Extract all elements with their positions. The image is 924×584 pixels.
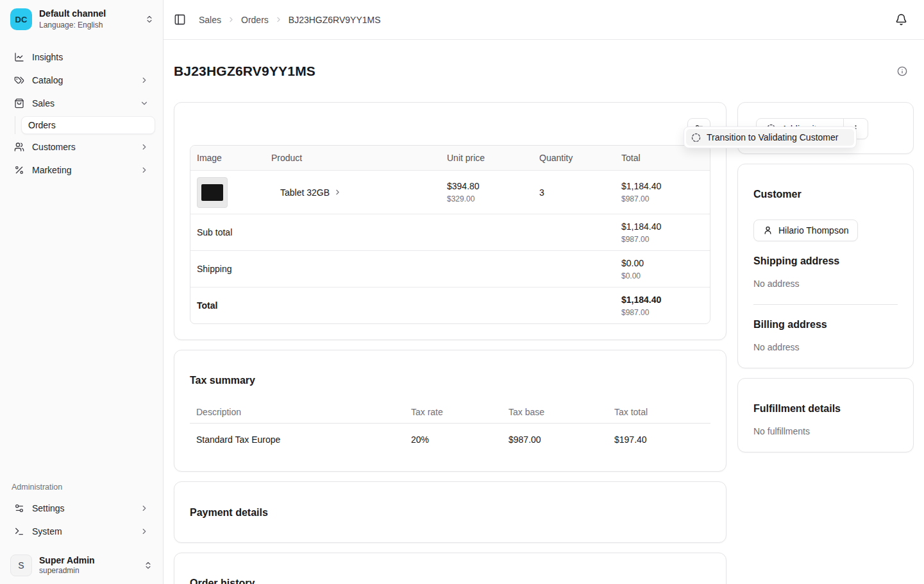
customer-button[interactable]: Hilario Thompson bbox=[753, 219, 858, 241]
chevron-right-icon bbox=[140, 166, 149, 175]
info-icon[interactable] bbox=[897, 66, 907, 76]
sidebar-item-label: Customers bbox=[32, 142, 76, 152]
unit-price-gross: $394.80 bbox=[447, 181, 526, 191]
product-thumbnail bbox=[197, 177, 228, 208]
line-total-net: $987.00 bbox=[621, 194, 703, 203]
shipping-address-value: No address bbox=[753, 279, 898, 289]
fulfillment-card: Fulfillment details No fulfillments bbox=[737, 378, 914, 452]
sidebar-item-label: Sales bbox=[32, 98, 55, 108]
tax-col-total: Tax total bbox=[608, 407, 710, 417]
sidebar-item-customers[interactable]: Customers bbox=[8, 135, 155, 159]
sliders-icon bbox=[14, 503, 24, 513]
customer-title: Customer bbox=[753, 188, 898, 200]
sidebar-item-system[interactable]: System bbox=[8, 520, 155, 543]
column-header-quantity: Quantity bbox=[533, 153, 615, 163]
app-root: DC Default channel Language: English Ins… bbox=[0, 0, 924, 584]
sidebar-item-settings[interactable]: Settings bbox=[8, 497, 155, 520]
tax-col-base: Tax base bbox=[502, 407, 608, 417]
chart-line-icon bbox=[14, 52, 24, 62]
subtotal-value-cell: $1,184.40 $987.00 bbox=[615, 221, 710, 244]
table-row: Tablet 32GB $394.80 $329.00 3 bbox=[190, 170, 710, 214]
chevron-right-icon bbox=[333, 188, 342, 196]
breadcrumb-sales[interactable]: Sales bbox=[199, 15, 221, 25]
administration-section-label: Administration bbox=[8, 483, 155, 497]
sidebar-item-label: Marketing bbox=[32, 165, 71, 175]
chevron-right-icon bbox=[227, 15, 235, 24]
channel-avatar: DC bbox=[10, 8, 32, 30]
total-row: Total $1,184.40 $987.00 bbox=[190, 287, 710, 323]
column-header-product: Product bbox=[265, 153, 441, 163]
sidebar-toggle-button[interactable] bbox=[174, 13, 186, 26]
total-net: $987.00 bbox=[621, 308, 703, 317]
sidebar-item-label: Settings bbox=[32, 503, 65, 513]
sidebar-item-label: System bbox=[32, 526, 62, 537]
sidebar-item-sales[interactable]: Sales bbox=[8, 92, 155, 115]
column-header-image: Image bbox=[190, 153, 265, 163]
user-meta: Super Admin superadmin bbox=[39, 555, 95, 576]
sales-submenu: Orders bbox=[15, 116, 155, 134]
notifications-button[interactable] bbox=[895, 13, 907, 26]
subtotal-gross: $1,184.40 bbox=[621, 221, 703, 232]
payment-details-title: Payment details bbox=[190, 506, 710, 519]
column-header-unit-price: Unit price bbox=[441, 153, 533, 163]
sidebar-nav: Insights Catalog Sales bbox=[0, 46, 163, 182]
tax-description: Standard Tax Europe bbox=[190, 434, 405, 445]
percent-icon bbox=[14, 165, 24, 175]
sidebar-bottom: Administration Settings System bbox=[0, 483, 163, 584]
breadcrumb-orders[interactable]: Orders bbox=[241, 15, 269, 25]
tax-col-description: Description bbox=[190, 407, 405, 417]
main-area: Sales Orders BJ23HGZ6RV9YY1MS BJ23HGZ6RV… bbox=[164, 0, 924, 584]
breadcrumb: Sales Orders BJ23HGZ6RV9YY1MS bbox=[199, 15, 381, 25]
page-title: BJ23HGZ6RV9YY1MS bbox=[174, 63, 315, 79]
sidebar-item-label: Catalog bbox=[32, 75, 63, 85]
sidebar-item-catalog[interactable]: Catalog bbox=[8, 69, 155, 92]
order-items-table: Image Product Unit price Quantity Total bbox=[190, 145, 710, 324]
chevron-right-icon bbox=[140, 527, 149, 536]
tablet-image bbox=[201, 184, 223, 201]
order-items-card: Image Product Unit price Quantity Total bbox=[174, 102, 727, 340]
state-transition-popover: Transition to Validating Customer bbox=[684, 126, 857, 148]
tax-row: Standard Tax Europe 20% $987.00 $197.40 bbox=[190, 424, 710, 456]
customer-card: Customer Hilario Thompson Shipping addre… bbox=[737, 164, 914, 368]
users-icon bbox=[14, 142, 24, 152]
chevron-down-icon bbox=[140, 99, 149, 108]
subtotal-net: $987.00 bbox=[621, 235, 703, 244]
shipping-value-cell: $0.00 $0.00 bbox=[615, 258, 710, 280]
channel-meta: Default channel Language: English bbox=[39, 8, 106, 30]
tax-summary-card: Tax summary Description Tax rate Tax bas… bbox=[174, 350, 727, 472]
tags-icon bbox=[14, 75, 24, 85]
total-label: Total bbox=[190, 300, 615, 311]
chevron-right-icon bbox=[274, 15, 283, 24]
shipping-row: Shipping $0.00 $0.00 bbox=[190, 250, 710, 287]
shipping-net: $0.00 bbox=[621, 271, 703, 280]
column-header-total: Total bbox=[615, 153, 710, 163]
product-name: Tablet 32GB bbox=[280, 187, 330, 198]
subtotal-label: Sub total bbox=[190, 227, 615, 237]
user-menu[interactable]: S Super Admin superadmin bbox=[8, 554, 155, 576]
sidebar: DC Default channel Language: English Ins… bbox=[0, 0, 164, 584]
user-username: superadmin bbox=[39, 566, 95, 576]
user-avatar: S bbox=[10, 554, 32, 576]
transition-menu-item[interactable]: Transition to Validating Customer bbox=[686, 129, 854, 146]
fulfillment-title: Fulfillment details bbox=[753, 402, 898, 415]
breadcrumb-order-code: BJ23HGZ6RV9YY1MS bbox=[289, 15, 381, 25]
sidebar-item-marketing[interactable]: Marketing bbox=[8, 159, 155, 182]
table-actions-row bbox=[190, 118, 710, 139]
sidebar-item-orders[interactable]: Orders bbox=[21, 116, 155, 134]
total-gross: $1,184.40 bbox=[621, 295, 703, 305]
total-value-cell: $1,184.40 $987.00 bbox=[615, 295, 710, 317]
bell-icon bbox=[895, 13, 907, 26]
sidebar-item-insights[interactable]: Insights bbox=[8, 46, 155, 69]
product-link[interactable]: Tablet 32GB bbox=[265, 187, 441, 198]
tax-base: $987.00 bbox=[502, 434, 608, 445]
divider bbox=[753, 304, 898, 305]
page-content: BJ23HGZ6RV9YY1MS bbox=[164, 40, 924, 584]
subtotal-row: Sub total $1,184.40 $987.00 bbox=[190, 214, 710, 250]
table-header-row: Image Product Unit price Quantity Total bbox=[190, 146, 710, 170]
unit-price-net: $329.00 bbox=[447, 194, 526, 203]
topbar: Sales Orders BJ23HGZ6RV9YY1MS bbox=[164, 0, 924, 40]
unit-price-cell: $394.80 $329.00 bbox=[441, 181, 533, 203]
chevrons-up-down-icon bbox=[144, 561, 153, 570]
channel-switcher[interactable]: DC Default channel Language: English bbox=[0, 0, 163, 30]
billing-address-value: No address bbox=[753, 342, 898, 352]
